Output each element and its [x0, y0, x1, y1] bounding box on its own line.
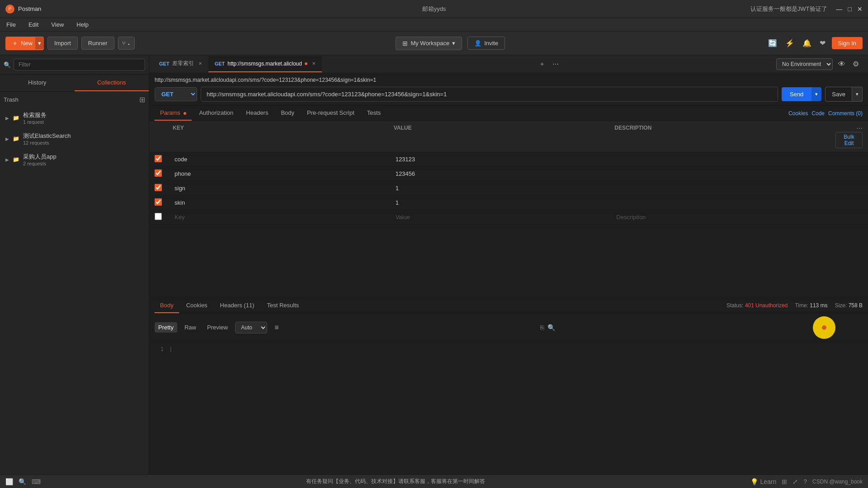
checkbox-cell — [155, 169, 173, 178]
invite-button[interactable]: 👤 Invite — [467, 37, 505, 50]
desc-cell[interactable] — [614, 158, 835, 161]
key-cell[interactable]: skin — [173, 197, 394, 208]
collection-item[interactable]: ▶ 📁 检索服务 1 request — [0, 108, 149, 128]
tab-request-2[interactable]: GET http://smsmsgs.market.alicloud ✕ — [208, 56, 322, 72]
search-icon[interactable]: 🔍 — [547, 324, 555, 331]
key-cell[interactable]: code — [173, 154, 394, 164]
send-button[interactable]: Send — [782, 87, 811, 101]
sync-icon[interactable]: 🔄 — [766, 37, 779, 49]
param-checkbox[interactable] — [155, 198, 162, 206]
key-cell[interactable]: phone — [173, 169, 394, 179]
req-tab-params[interactable]: Params — [155, 106, 192, 121]
code-link[interactable]: Code — [811, 110, 825, 117]
menu-file[interactable]: File — [4, 20, 19, 29]
maximize-btn[interactable]: □ — [848, 5, 852, 13]
resp-tab-cookies[interactable]: Cookies — [181, 298, 213, 313]
req-tab-tests[interactable]: Tests — [362, 106, 386, 121]
cookies-link[interactable]: Cookies — [788, 110, 808, 117]
desc-cell[interactable] — [614, 172, 835, 176]
send-dropdown-btn[interactable]: ▾ — [811, 87, 821, 101]
resp-pretty-btn[interactable]: Pretty — [155, 322, 177, 333]
format-select[interactable]: Auto JSON XML — [235, 322, 267, 333]
collection-item[interactable]: ▶ 📁 采购人员app 2 requests — [0, 149, 149, 170]
value-cell[interactable]: 1 — [394, 183, 615, 193]
save-dropdown-btn[interactable]: ▾ — [852, 87, 863, 102]
environment-select[interactable]: No Environment — [776, 58, 833, 70]
resp-tab-testresults[interactable]: Test Results — [261, 298, 304, 313]
comments-link[interactable]: Comments (0) — [828, 110, 863, 117]
collection-item[interactable]: ▶ 📁 测试ElasticSearch 12 requests — [0, 128, 149, 149]
new-dropdown-arrow[interactable]: ▾ — [35, 37, 44, 49]
param-checkbox[interactable] — [155, 184, 162, 191]
heart-icon[interactable]: ❤ — [818, 37, 827, 49]
desc-cell-placeholder[interactable]: Description — [614, 212, 835, 222]
tab-close-icon[interactable]: ✕ — [198, 61, 202, 66]
workspace-button[interactable]: ⊞ My Workspace ▾ — [396, 37, 462, 50]
resp-tab-headers[interactable]: Headers (11) — [215, 298, 260, 313]
add-collection-btn[interactable]: ⊞ — [139, 95, 145, 104]
params-more-btn[interactable]: ⋯ — [856, 125, 863, 132]
bell-icon[interactable]: 🔔 — [801, 37, 813, 49]
import-button[interactable]: Import — [47, 37, 78, 50]
trash-link[interactable]: Trash — [4, 96, 19, 103]
close-btn[interactable]: ✕ — [857, 5, 863, 13]
resp-raw-btn[interactable]: Raw — [181, 322, 200, 333]
copy-icon[interactable]: ⎘ — [540, 324, 544, 331]
collection-name: 测试ElasticSearch — [23, 132, 143, 140]
value-cell[interactable]: 123456 — [394, 169, 615, 179]
resp-tab-body[interactable]: Body — [155, 298, 179, 313]
tab-close-icon[interactable]: ✕ — [312, 61, 316, 66]
param-row: phone 123456 — [149, 167, 868, 181]
eye-icon[interactable]: 👁 — [836, 58, 847, 70]
collection-sub: 2 requests — [23, 161, 143, 166]
expand-btn[interactable]: ⤢ — [793, 478, 798, 485]
req-tab-headers[interactable]: Headers — [241, 106, 274, 121]
tab-request-1[interactable]: GET 差零索引 ✕ — [153, 55, 208, 73]
search-bottom-btn[interactable]: 🔍 — [19, 478, 26, 485]
layout-btn[interactable]: ⊞ — [782, 478, 787, 485]
new-button[interactable]: ＋ New ▾ — [5, 37, 44, 50]
param-checkbox[interactable] — [155, 213, 162, 220]
req-tab-authorization[interactable]: Authorization — [193, 106, 239, 121]
tab-collections[interactable]: Collections — [75, 75, 149, 91]
collection-sub: 12 requests — [23, 140, 143, 145]
value-cell[interactable]: 1 — [394, 197, 615, 208]
minimize-btn[interactable]: — — [836, 5, 843, 13]
learn-btn[interactable]: 💡 Learn — [750, 478, 776, 485]
method-select[interactable]: GET POST PUT DELETE — [155, 87, 197, 101]
key-cell-placeholder[interactable]: Key — [173, 212, 394, 222]
value-cell[interactable]: 123123 — [394, 154, 615, 164]
watermark: 邮箱yyds — [422, 5, 446, 13]
req-tab-prerequest[interactable]: Pre-request Script — [302, 106, 360, 121]
add-tab-btn[interactable]: ＋ — [536, 58, 548, 70]
bulk-edit-button[interactable]: Bulk Edit — [835, 132, 863, 148]
save-button[interactable]: Save — [825, 87, 852, 102]
resp-preview-btn[interactable]: Preview — [203, 322, 231, 333]
filter-input[interactable] — [14, 59, 145, 70]
param-checkbox[interactable] — [155, 169, 162, 177]
fork-button[interactable]: ⑂ ▾ — [118, 37, 135, 50]
req-tabs-right: Cookies Code Comments (0) — [788, 110, 863, 117]
key-cell[interactable]: sign — [173, 183, 394, 193]
menu-view[interactable]: View — [48, 20, 66, 29]
settings-icon[interactable]: ⚙ — [851, 58, 861, 70]
format-icon-btn[interactable]: ≡ — [271, 322, 282, 333]
code-content[interactable]: | — [169, 346, 863, 471]
more-tabs-btn[interactable]: ⋯ — [550, 58, 561, 70]
tab-history[interactable]: History — [0, 75, 75, 91]
console-btn[interactable]: ⌨ — [32, 478, 41, 485]
req-tab-body[interactable]: Body — [275, 106, 300, 121]
interceptor-icon[interactable]: ⚡ — [783, 37, 796, 49]
response-content: 1 | — [149, 342, 868, 475]
help-btn[interactable]: ? — [803, 478, 807, 485]
desc-cell[interactable] — [614, 201, 835, 205]
menu-help[interactable]: Help — [74, 20, 91, 29]
desc-cell[interactable] — [614, 187, 835, 190]
sign-in-button[interactable]: Sign In — [832, 37, 863, 49]
menu-edit[interactable]: Edit — [26, 20, 41, 29]
runner-button[interactable]: Runner — [81, 37, 114, 50]
sidebar-toggle-btn[interactable]: ⬜ — [5, 478, 13, 485]
url-input[interactable] — [201, 87, 778, 102]
value-cell-placeholder[interactable]: Value — [394, 212, 615, 222]
param-checkbox[interactable] — [155, 155, 162, 162]
